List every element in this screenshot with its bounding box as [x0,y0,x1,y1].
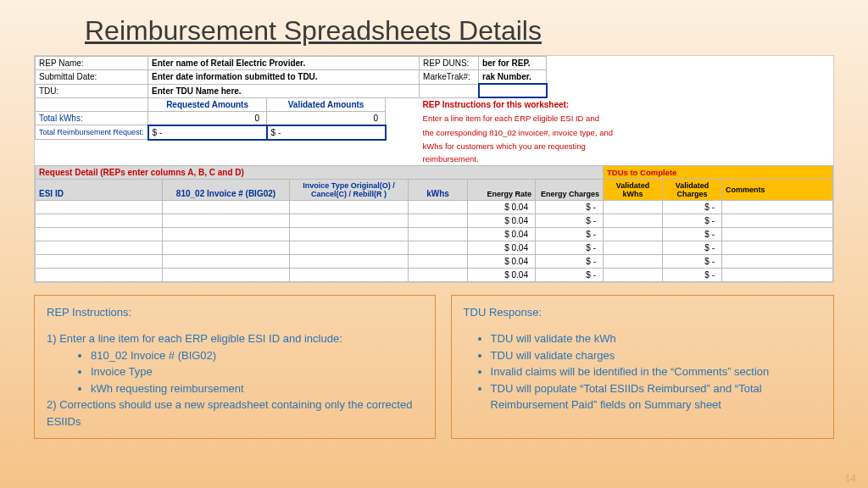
instr-line-1: Enter a line item for each ERP eligible … [420,111,833,125]
submittal-value: Enter date information submitted to TDU. [148,70,420,85]
tdu-response-box: TDU Response: TDU will validate the kWh … [451,295,834,440]
request-detail-title: Request Detail (REPs enter columns A, B,… [36,165,604,179]
table-row: $ 0.04$ -$ - [36,214,833,227]
rep-name-value: Enter name of Retail Electric Provider. [148,57,420,70]
marketrak-label: MarkeTrak#: [420,70,479,85]
page-title: Reimbursement Spreadsheets Details [0,0,868,55]
tdu-bullet-3: Invalid claims will be identified in the… [491,363,821,380]
col-invoice-type: Invoice Type Original(O) / Cancel(C) / R… [290,179,409,200]
table-row: $ 0.04$ -$ - [36,227,833,241]
rep-bullet-3: kWh requesting reimbursement [91,380,423,397]
cell-charges: $ - [536,200,604,214]
info-boxes: REP Instructions: 1) Enter a line item f… [34,295,834,440]
cell-vcharges: $ - [663,227,722,241]
tdu-response-hdr: TDU Response: [464,304,821,321]
cell-charges: $ - [536,214,604,227]
rep-step-2: 2) Corrections should use a new spreadsh… [47,396,423,430]
page-number: 14 [845,473,856,485]
rep-bullet-1: 810_02 Invoice # (BIG02) [91,347,423,364]
cell-charges: $ - [536,254,604,268]
tdu-bullet-1: TDU will validate the kWh [491,330,821,347]
col-esi: ESI ID [36,179,163,200]
spreadsheet-area: REP Name: Enter name of Retail Electric … [34,55,834,283]
col-charges: Energy Charges [536,179,604,200]
rep-bullet-2: Invoice Type [91,363,423,380]
total-reimb-req: $ - [148,125,267,140]
detail-table: Request Detail (REPs enter columns A, B,… [35,165,833,282]
validated-amounts-hdr: Validated Amounts [267,97,386,111]
instructions-header: REP Instructions for this worksheet: [420,97,833,111]
col-invoice: 810_02 Invoice # (BIG02) [163,179,290,200]
instr-line-3: kWhs for customers which you are request… [420,140,833,152]
cell-rate: $ 0.04 [468,268,536,281]
cell-charges: $ - [536,268,604,281]
instr-line-2: the corresponding 810_02 invoice#, invoi… [420,125,833,140]
tdu-label: TDU: [36,84,148,97]
cell-rate: $ 0.04 [468,227,536,241]
cell-vcharges: $ - [663,214,722,227]
cell-rate: $ 0.04 [468,241,536,254]
col-rate: Energy Rate [468,179,536,200]
instr-line-4: reimbursement. [420,152,833,165]
tdu-bullet-4: TDU will populate “Total ESIIDs Reimburs… [491,380,821,413]
rep-instructions-hdr: REP Instructions: [47,304,423,321]
rep-name-label: REP Name: [36,57,148,70]
total-kwh-label: Total kWhs: [36,111,148,125]
requested-amounts-hdr: Requested Amounts [148,97,267,111]
cell-vcharges: $ - [663,200,722,214]
total-reimb-label: Total Reimbursement Request: [36,125,148,140]
col-validated-charges: Validated Charges [663,179,722,200]
col-validated-kwh: Validated kWhs [604,179,663,200]
table-row: $ 0.04$ -$ - [36,254,833,268]
rep-instructions-box: REP Instructions: 1) Enter a line item f… [34,295,436,440]
col-kwh: kWhs [409,179,468,200]
cell-charges: $ - [536,227,604,241]
total-kwh-val: 0 [267,111,386,125]
rep-step-1: 1) Enter a line item for each ERP eligib… [47,330,423,347]
cell-vcharges: $ - [663,254,722,268]
cell-rate: $ 0.04 [468,214,536,227]
table-row: $ 0.04$ -$ - [36,200,833,214]
total-kwh-req: 0 [148,111,267,125]
table-row: $ 0.04$ -$ - [36,268,833,281]
tdu-value: Enter TDU Name here. [148,84,420,97]
submittal-label: Submittal Date: [36,70,148,85]
tdu-complete-title: TDUs to Complete [604,165,833,179]
col-comments: Comments [722,179,833,200]
cell-rate: $ 0.04 [468,254,536,268]
cell-rate: $ 0.04 [468,200,536,214]
table-row: $ 0.04$ -$ - [36,241,833,254]
rep-duns-label: REP DUNS: [420,57,479,70]
cell-vcharges: $ - [663,268,722,281]
tdu-bullet-2: TDU will validate charges [491,347,821,364]
marketrak-value: rak Number. [479,70,547,85]
rep-duns-value: ber for REP. [479,57,547,70]
header-table: REP Name: Enter name of Retail Electric … [35,56,833,165]
total-reimb-val: $ - [267,125,386,140]
cell-vcharges: $ - [663,241,722,254]
cell-charges: $ - [536,241,604,254]
